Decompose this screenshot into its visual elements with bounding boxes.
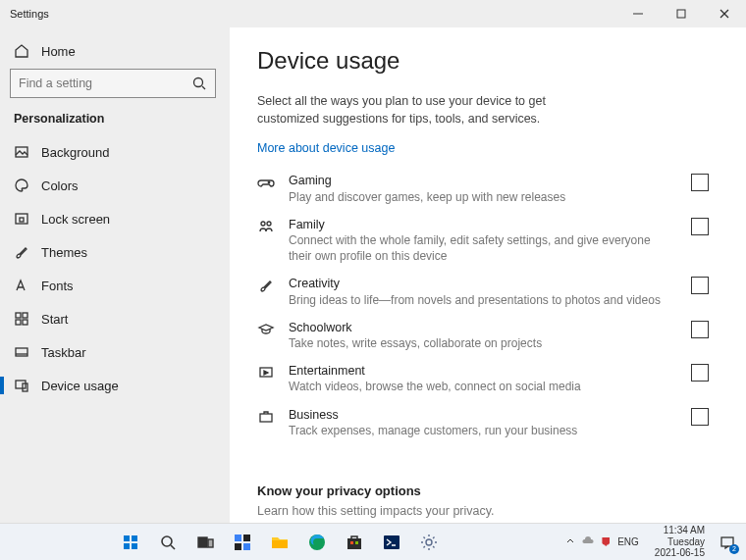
sidebar-item-themes[interactable]: Themes [10, 235, 216, 269]
option-creativity: CreativityBring ideas to life—from novel… [257, 276, 709, 307]
option-title: Schoolwork [289, 320, 667, 335]
privacy-description: Learn how this setting impacts your priv… [257, 504, 709, 518]
widgets-button[interactable] [226, 528, 259, 557]
sidebar-item-background[interactable]: Background [10, 135, 216, 169]
language-indicator[interactable]: ENG [617, 536, 639, 547]
onedrive-icon[interactable] [581, 535, 595, 550]
sidebar-item-label: Start [41, 312, 68, 327]
store-button[interactable] [338, 528, 371, 557]
option-entertainment: EntertainmentWatch videos, browse the we… [257, 363, 709, 394]
sidebar-item-lock-screen[interactable]: Lock screen [10, 202, 216, 235]
option-sub: Take notes, write essays, collaborate on… [289, 335, 667, 351]
svg-rect-32 [235, 543, 241, 550]
svg-rect-31 [243, 535, 250, 541]
option-checkbox[interactable] [691, 321, 709, 338]
svg-rect-13 [16, 348, 27, 356]
option-title: Business [289, 407, 667, 423]
sidebar: Home Personalization Background Colors L [0, 27, 230, 523]
powershell-button[interactable] [375, 528, 408, 557]
svg-rect-15 [16, 381, 26, 388]
lock-icon [14, 211, 29, 227]
sidebar-home-label: Home [41, 44, 76, 59]
option-business: BusinessTrack expenses, manage customers… [257, 407, 709, 438]
page-title: Device usage [257, 47, 709, 75]
usage-options: GamingPlay and discover games, keep up w… [257, 173, 709, 438]
home-icon [14, 43, 29, 59]
option-checkbox[interactable] [691, 174, 709, 191]
search-field[interactable] [19, 76, 191, 90]
gaming-icon [257, 174, 275, 191]
search-input[interactable] [10, 69, 216, 98]
minimize-button[interactable] [616, 0, 660, 27]
svg-rect-10 [23, 313, 27, 318]
option-checkbox[interactable] [691, 408, 709, 426]
svg-rect-38 [355, 541, 358, 544]
sidebar-item-label: Taskbar [41, 345, 86, 360]
file-explorer-button[interactable] [263, 528, 296, 557]
search-icon [191, 76, 207, 91]
clock-day: Tuesday [655, 536, 705, 548]
business-icon [257, 408, 275, 426]
option-sub: Watch videos, browse the web, connect on… [289, 379, 667, 394]
security-icon[interactable]: ⛊ [601, 536, 612, 548]
svg-rect-9 [16, 313, 21, 318]
sidebar-item-label: Device usage [41, 379, 119, 393]
sidebar-home[interactable]: Home [10, 37, 216, 69]
page-description: Select all the ways you plan to use your… [257, 92, 591, 127]
sidebar-item-label: Themes [41, 245, 87, 260]
option-sub: Connect with the whole family, edit safe… [289, 232, 667, 264]
notification-center-button[interactable]: 2 [715, 530, 740, 555]
taskbar-clock[interactable]: 11:34 AM Tuesday 2021-06-15 [649, 525, 711, 559]
svg-rect-33 [243, 543, 250, 550]
system-tray[interactable]: ⛊ ENG [560, 535, 645, 550]
sidebar-item-colors[interactable]: Colors [10, 169, 216, 202]
sidebar-item-taskbar[interactable]: Taskbar [10, 335, 216, 369]
svg-rect-34 [272, 540, 288, 548]
clock-date: 2021-06-15 [655, 547, 705, 559]
svg-point-17 [268, 181, 270, 183]
option-checkbox[interactable] [691, 364, 709, 382]
brush-icon [14, 244, 29, 260]
svg-rect-25 [132, 543, 137, 549]
close-button[interactable] [703, 0, 746, 27]
svg-rect-28 [198, 537, 207, 547]
svg-rect-6 [16, 147, 27, 157]
sidebar-item-label: Colors [41, 178, 79, 193]
titlebar: Settings [0, 0, 746, 27]
taskbar-icon [14, 344, 29, 360]
option-sub: Track expenses, manage customers, run yo… [289, 423, 667, 438]
svg-rect-22 [124, 535, 130, 541]
svg-rect-30 [235, 535, 241, 541]
start-button[interactable] [114, 528, 147, 557]
chevron-up-icon[interactable] [565, 536, 575, 548]
image-icon [14, 144, 29, 160]
option-checkbox[interactable] [691, 277, 709, 294]
start-icon [14, 311, 29, 327]
creativity-icon [257, 277, 275, 294]
svg-line-5 [202, 86, 205, 89]
privacy-section: Know your privacy options Learn how this… [257, 484, 709, 523]
option-family: FamilyConnect with the whole family, edi… [257, 217, 709, 265]
sidebar-item-device-usage[interactable]: Device usage [10, 369, 216, 402]
settings-taskbar-button[interactable] [412, 528, 446, 557]
edge-button[interactable] [300, 528, 334, 557]
svg-line-27 [171, 545, 175, 549]
device-icon [14, 378, 29, 393]
sidebar-item-label: Lock screen [41, 212, 110, 227]
option-title: Gaming [289, 173, 667, 188]
option-checkbox[interactable] [691, 218, 709, 235]
option-title: Family [289, 217, 667, 232]
schoolwork-icon [257, 321, 275, 338]
option-sub: Play and discover games, keep up with ne… [289, 189, 667, 205]
more-about-link[interactable]: More about device usage [257, 141, 709, 155]
task-view-button[interactable] [188, 528, 222, 557]
taskbar-search-button[interactable] [151, 528, 185, 557]
maximize-button[interactable] [660, 0, 703, 27]
sidebar-item-start[interactable]: Start [10, 302, 216, 335]
svg-point-18 [261, 222, 265, 226]
svg-rect-11 [16, 320, 21, 325]
svg-point-40 [426, 539, 432, 545]
svg-rect-23 [132, 535, 137, 541]
sidebar-item-fonts[interactable]: Fonts [10, 269, 216, 302]
palette-icon [14, 178, 29, 193]
